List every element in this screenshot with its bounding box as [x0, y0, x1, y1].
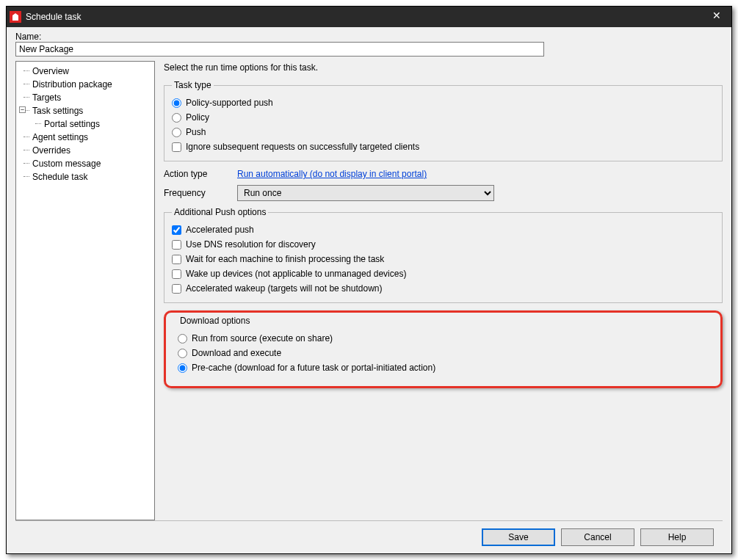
tree-item-targets[interactable]: Targets — [18, 91, 153, 104]
footer-buttons: Save Cancel Help — [15, 520, 723, 553]
task-type-legend: Task type — [172, 80, 214, 90]
checkbox-input[interactable] — [172, 142, 181, 152]
name-input[interactable] — [15, 42, 544, 57]
checkbox-label: Accelerated wakeup (targets will not be … — [186, 282, 382, 295]
nav-tree[interactable]: Overview Distribution package Targets − … — [15, 61, 155, 520]
checkbox-label: Wait for each machine to finish processi… — [186, 252, 384, 266]
tree-item-overview[interactable]: Overview — [18, 65, 153, 78]
radio-label: Push — [186, 126, 206, 139]
download-options-group: Download options Run from source (execut… — [170, 316, 716, 382]
frequency-select[interactable]: Run once — [237, 185, 494, 201]
checkbox-accelerated-push[interactable]: Accelerated push — [172, 223, 715, 236]
checkbox-input[interactable] — [172, 269, 181, 279]
radio-run-from-source[interactable]: Run from source (execute on share) — [178, 332, 709, 345]
save-button[interactable]: Save — [482, 528, 555, 546]
radio-input[interactable] — [178, 349, 187, 358]
checkbox-accelerated-wakeup[interactable]: Accelerated wakeup (targets will not be … — [172, 282, 715, 295]
radio-input[interactable] — [172, 98, 181, 108]
tree-item-task-settings[interactable]: − Task settings — [18, 104, 153, 117]
task-type-group: Task type Policy-supported push Policy P… — [164, 80, 723, 161]
push-options-legend: Additional Push options — [172, 207, 268, 217]
action-type-label: Action type — [164, 169, 237, 179]
checkbox-wait-each-machine[interactable]: Wait for each machine to finish processi… — [172, 252, 715, 266]
download-options-highlight: Download options Run from source (execut… — [164, 310, 723, 388]
action-type-row: Action type Run automatically (do not di… — [164, 169, 723, 179]
radio-download-execute[interactable]: Download and execute — [178, 346, 709, 360]
radio-push[interactable]: Push — [172, 126, 715, 139]
schedule-task-window: Schedule task ✕ Name: Overview Distribut… — [6, 6, 732, 554]
radio-input[interactable] — [172, 113, 181, 123]
app-icon — [10, 11, 21, 23]
checkbox-label: Wake up devices (not applicable to unman… — [186, 267, 406, 280]
name-label: Name: — [15, 32, 723, 42]
checkbox-input[interactable] — [172, 284, 181, 294]
tree-item-custom-message[interactable]: Custom message — [18, 157, 153, 170]
tree-item-agent-settings[interactable]: Agent settings — [18, 131, 153, 144]
radio-label: Pre-cache (download for a future task or… — [192, 361, 435, 374]
radio-input[interactable] — [178, 334, 187, 343]
titlebar: Schedule task ✕ — [7, 7, 731, 27]
help-button[interactable]: Help — [640, 528, 714, 546]
download-options-legend: Download options — [178, 316, 252, 326]
checkbox-label: Accelerated push — [186, 223, 254, 236]
tree-item-overrides[interactable]: Overrides — [18, 144, 153, 157]
tree-item-schedule-task[interactable]: Schedule task — [18, 170, 153, 183]
tree-label: Task settings — [32, 106, 83, 116]
frequency-label: Frequency — [164, 188, 237, 198]
body-row: Overview Distribution package Targets − … — [15, 61, 723, 520]
checkbox-input[interactable] — [172, 255, 181, 264]
push-options-group: Additional Push options Accelerated push… — [164, 207, 723, 303]
checkbox-label: Use DNS resolution for discovery — [186, 238, 316, 251]
checkbox-label: Ignore subsequent requests on successful… — [186, 140, 419, 153]
content-area: Name: Overview Distribution package Targ… — [7, 27, 731, 553]
radio-label: Policy-supported push — [186, 96, 273, 109]
checkbox-wake-devices[interactable]: Wake up devices (not applicable to unman… — [172, 267, 715, 280]
radio-label: Download and execute — [192, 346, 281, 360]
radio-pre-cache[interactable]: Pre-cache (download for a future task or… — [178, 361, 709, 374]
tree-item-portal-settings[interactable]: Portal settings — [18, 117, 153, 131]
checkbox-input[interactable] — [172, 225, 181, 235]
radio-label: Run from source (execute on share) — [192, 332, 333, 345]
frequency-row: Frequency Run once — [164, 185, 723, 201]
radio-input[interactable] — [178, 363, 187, 373]
name-row: Name: — [15, 32, 723, 57]
radio-input[interactable] — [172, 128, 181, 137]
tree-item-distribution-package[interactable]: Distribution package — [18, 78, 153, 91]
action-type-link[interactable]: Run automatically (do not display in cli… — [237, 169, 427, 179]
radio-policy-supported-push[interactable]: Policy-supported push — [172, 96, 715, 109]
cancel-button[interactable]: Cancel — [561, 528, 634, 546]
checkbox-ignore-subsequent[interactable]: Ignore subsequent requests on successful… — [172, 140, 715, 153]
settings-panel: Select the run time options for this tas… — [164, 61, 723, 520]
minus-icon[interactable]: − — [19, 106, 26, 113]
checkbox-input[interactable] — [172, 240, 181, 250]
close-icon[interactable]: ✕ — [706, 10, 727, 21]
radio-label: Policy — [186, 111, 209, 124]
checkbox-dns-resolution[interactable]: Use DNS resolution for discovery — [172, 238, 715, 251]
instruction-text: Select the run time options for this tas… — [164, 62, 723, 73]
window-title: Schedule task — [26, 12, 81, 22]
radio-policy[interactable]: Policy — [172, 111, 715, 124]
